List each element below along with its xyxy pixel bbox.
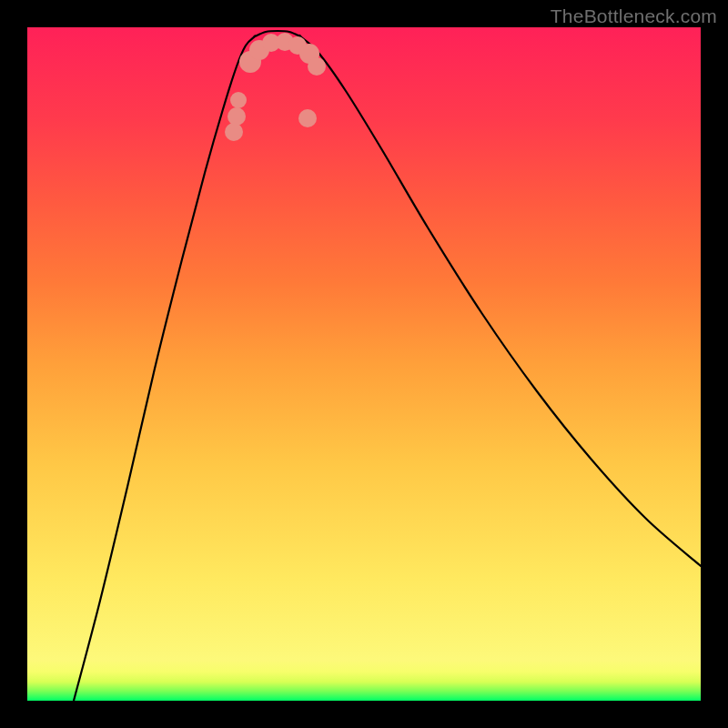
chart-frame: TheBottleneck.com <box>0 0 728 728</box>
data-marker <box>228 107 246 126</box>
plot-area <box>27 27 701 701</box>
data-marker <box>308 57 326 76</box>
data-marker <box>298 109 317 127</box>
data-marker <box>230 92 247 108</box>
watermark-text: TheBottleneck.com <box>551 5 717 27</box>
data-marker <box>225 123 243 141</box>
data-markers-group <box>27 27 701 701</box>
